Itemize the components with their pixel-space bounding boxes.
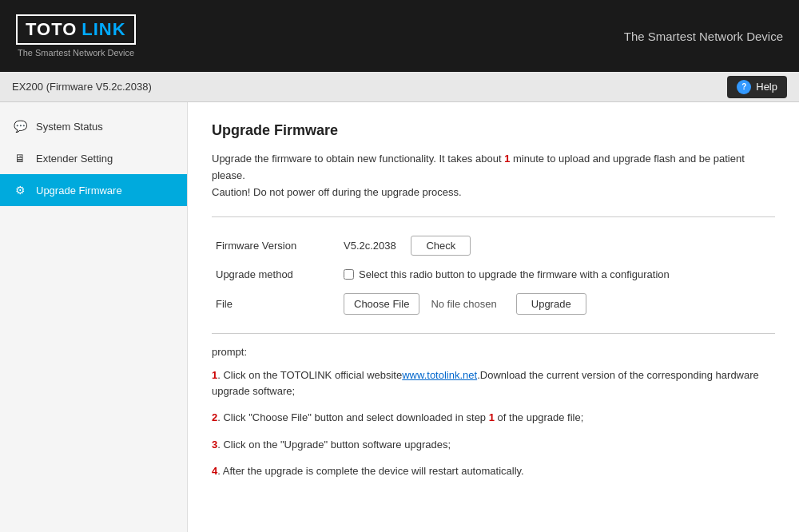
divider-bottom xyxy=(212,333,775,334)
file-value: Choose File No file chosen Upgrade xyxy=(340,287,775,321)
firmware-version-row: Firmware Version V5.2c.2038 Check xyxy=(212,229,775,262)
content-area: Upgrade Firmware Upgrade the firmware to… xyxy=(188,102,799,532)
upgrade-method-row: Upgrade method Select this radio button … xyxy=(212,262,775,287)
chat-icon: 💬 xyxy=(12,118,28,134)
prompt-text-1a: . Click on the TOTOLINK official website xyxy=(217,369,402,381)
logo-container: TOTO LINK The Smartest Network Device xyxy=(16,14,136,58)
sidebar-item-system-status[interactable]: 💬 System Status xyxy=(0,110,187,142)
check-button[interactable]: Check xyxy=(411,236,471,256)
desc-text1: Upgrade the firmware to obtain new funct… xyxy=(212,153,504,165)
upgrade-method-text: Select this radio button to upgrade the … xyxy=(359,268,670,280)
prompt-section: prompt: 1. Click on the TOTOLINK officia… xyxy=(212,346,775,479)
sidebar-label-system-status: System Status xyxy=(36,121,103,133)
help-button[interactable]: ? Help xyxy=(727,76,787,98)
gear-icon: ⚙ xyxy=(12,182,28,198)
sidebar-item-upgrade-firmware[interactable]: ⚙ Upgrade Firmware xyxy=(0,174,187,206)
help-icon: ? xyxy=(737,80,751,94)
sidebar-item-extender-setting[interactable]: 🖥 Extender Setting xyxy=(0,142,187,174)
sidebar-label-extender-setting: Extender Setting xyxy=(36,153,113,165)
prompt-text-3: . Click on the "Upgrade" button software… xyxy=(217,439,451,451)
upgrade-method-checkbox-label[interactable]: Select this radio button to upgrade the … xyxy=(344,268,771,280)
firmware-version-label: Firmware Version xyxy=(212,229,340,262)
version-text: V5.2c.2038 xyxy=(344,240,396,252)
page-title: Upgrade Firmware xyxy=(212,122,775,139)
device-info: EX200 (Firmware V5.2c.2038) xyxy=(12,81,152,93)
prompt-step-highlight: 1 xyxy=(489,411,495,423)
no-file-text: No file chosen xyxy=(431,298,496,310)
monitor-icon: 🖥 xyxy=(12,150,28,166)
totolink-link[interactable]: www.totolink.net xyxy=(402,369,477,381)
header: TOTO LINK The Smartest Network Device Th… xyxy=(0,0,799,72)
prompt-text-4: . After the upgrade is complete the devi… xyxy=(217,465,523,477)
prompt-label: prompt: xyxy=(212,346,775,358)
prompt-item-2: 2. Click "Choose File" button and select… xyxy=(212,410,775,426)
upgrade-button[interactable]: Upgrade xyxy=(516,293,586,315)
upgrade-method-value: Select this radio button to upgrade the … xyxy=(340,262,775,287)
file-row: File Choose File No file chosen Upgrade xyxy=(212,287,775,321)
topbar: EX200 (Firmware V5.2c.2038) ? Help xyxy=(0,72,799,102)
upgrade-method-label: Upgrade method xyxy=(212,262,340,287)
logo-toto: TOTO xyxy=(26,19,77,40)
header-tagline: The Smartest Network Device xyxy=(624,30,783,43)
prompt-item-3: 3. Click on the "Upgrade" button softwar… xyxy=(212,437,775,453)
description: Upgrade the firmware to obtain new funct… xyxy=(212,151,775,200)
desc-text3: Caution! Do not power off during the upg… xyxy=(212,186,462,198)
prompt-item-1: 1. Click on the TOTOLINK official websit… xyxy=(212,367,775,399)
logo-tagline: The Smartest Network Device xyxy=(16,48,134,58)
prompt-item-4: 4. After the upgrade is complete the dev… xyxy=(212,463,775,479)
divider-top xyxy=(212,216,775,217)
logo-box: TOTO LINK xyxy=(16,14,136,45)
file-input-wrapper: Choose File No file chosen Upgrade xyxy=(344,293,771,315)
logo-link: LINK xyxy=(81,19,125,40)
sidebar: 💬 System Status 🖥 Extender Setting ⚙ Upg… xyxy=(0,102,188,532)
file-label: File xyxy=(212,287,340,321)
choose-file-button[interactable]: Choose File xyxy=(344,293,419,315)
firmware-version-value: V5.2c.2038 Check xyxy=(340,229,775,262)
help-label: Help xyxy=(756,81,777,93)
firmware-form: Firmware Version V5.2c.2038 Check Upgrad… xyxy=(212,229,775,321)
prompt-text-2b: of the upgrade file; xyxy=(495,411,583,423)
main-layout: 💬 System Status 🖥 Extender Setting ⚙ Upg… xyxy=(0,102,799,532)
sidebar-label-upgrade-firmware: Upgrade Firmware xyxy=(36,185,122,197)
upgrade-method-checkbox[interactable] xyxy=(344,269,354,280)
prompt-text-2a: . Click "Choose File" button and select … xyxy=(217,411,488,423)
